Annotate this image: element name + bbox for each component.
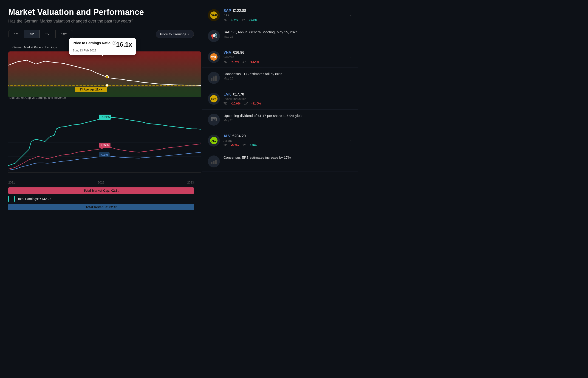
news-icon-dividend [208, 114, 220, 126]
svg-text:+101%: +101% [100, 115, 110, 119]
list-item-sap[interactable]: SAP SAP €122.88 SAP 7D 1.7% 1Y 30.9% ··· [202, 5, 358, 26]
perf-7d-vna: -4.7% [231, 60, 239, 63]
news-content-dividend: Upcoming dividend of €1.17 per share at … [223, 114, 353, 122]
more-button-alv[interactable]: ··· [345, 137, 353, 144]
svg-text:VNA: VNA [211, 56, 216, 59]
news-title-eps: Consensus EPS estimates fall by 86% [223, 72, 353, 76]
tab-3y[interactable]: 3Y [24, 30, 40, 38]
chart-tooltip: Price to Earnings Ratio ? 16.1x Sun, 13 … [69, 38, 136, 55]
stock-info-sap: SAP €122.88 SAP 7D 1.7% 1Y 30.9% [223, 9, 342, 22]
svg-rect-28 [213, 77, 215, 81]
more-button-sap[interactable]: ··· [345, 12, 353, 19]
company-sap: SAP [223, 14, 342, 17]
earnings-swatch [8, 196, 15, 202]
svg-text:EVK: EVK [211, 98, 217, 100]
perf-1y-evk: -31.0% [251, 102, 261, 105]
news-title-eps-increase: Consensus EPS estimates increase by 17% [223, 155, 353, 159]
x-axis: 2021 2022 2023 [8, 179, 194, 184]
right-panel: SAP SAP €122.88 SAP 7D 1.7% 1Y 30.9% ···… [202, 0, 358, 378]
news-icon-eps-increase [208, 155, 220, 167]
legend-market-cap: Total Market Cap: €2.3t [8, 187, 194, 194]
news-date-eps: May 25 [223, 77, 353, 80]
page-title: Market Valuation and Performance [8, 7, 194, 17]
list-item-alv[interactable]: ALV ALV €204.20 Allianz 7D -0.7% 1Y 4.9%… [202, 130, 358, 151]
news-icon-sap-agm: 📢 [208, 30, 220, 42]
tooltip-title: Price to Earnings Ratio [73, 41, 110, 45]
svg-rect-39 [211, 162, 212, 164]
x-label-2021: 2021 [8, 181, 15, 184]
list-item-evk[interactable]: EVK EVK €17.70 Evonik Industries 7D -10.… [202, 88, 358, 109]
legend-earnings: Total Earnings: €142.2b [8, 196, 194, 202]
perf-7d-alv: -0.7% [231, 144, 239, 147]
price-evk: €17.70 [233, 92, 244, 96]
dividend-icon [211, 116, 217, 123]
revenue-bar: Total Revenue: €2.4t [8, 204, 194, 210]
tab-1y[interactable]: 1Y [8, 30, 24, 38]
tab-10y[interactable]: 10Y [55, 30, 73, 38]
tooltip-value: 16.1x [116, 41, 132, 48]
evk-logo-icon: EVK [210, 94, 218, 103]
help-icon: ? [112, 41, 116, 45]
more-button-vna[interactable]: ··· [345, 53, 353, 61]
pe-chart-svg: 3Y Average 27.4x [8, 52, 201, 102]
svg-text:ALV: ALV [211, 139, 216, 142]
news-content-eps: Consensus EPS estimates fall by 86% May … [223, 72, 353, 80]
perf-7d-evk: -10.0% [231, 102, 241, 105]
svg-point-5 [106, 84, 109, 87]
x-label-2022: 2022 [98, 181, 105, 184]
perf-row-alv: 7D -0.7% 1Y 4.9% [223, 144, 342, 147]
price-alv: €204.20 [232, 134, 246, 138]
svg-point-4 [106, 75, 109, 78]
svg-rect-41 [215, 160, 217, 164]
ticker-sap: SAP [223, 9, 231, 13]
news-content-eps-increase: Consensus EPS estimates increase by 17% [223, 155, 353, 160]
revenue-label: Total Revenue: €2.4t [85, 205, 116, 209]
avatar-sap: SAP [208, 9, 220, 21]
tab-5y[interactable]: 5Y [40, 30, 55, 38]
vna-logo-icon: VNA [210, 53, 218, 61]
perf-1y-vna: -52.4% [250, 60, 259, 63]
company-vna: Vonovia [223, 55, 342, 59]
market-cap-chart: +101% +35% +11% [8, 101, 194, 179]
market-cap-label: Total Market Cap: €2.3t [84, 189, 119, 192]
list-item-vna[interactable]: VNA VNA €16.96 Vonovia 7D -4.7% 1Y -52.4… [202, 46, 358, 68]
pe-chart-container: Price to Earnings Ratio ? 16.1x Sun, 13 … [8, 42, 194, 93]
list-item-dividend-news[interactable]: Upcoming dividend of €1.17 per share at … [202, 109, 358, 130]
news-date-dividend: May 25 [223, 119, 353, 122]
more-button-evk[interactable]: ··· [345, 95, 353, 102]
left-panel: Market Valuation and Performance Has the… [0, 0, 202, 378]
market-cap-bar: Total Market Cap: €2.3t [8, 187, 194, 194]
metric-dropdown[interactable]: Price to Earnings ▾ [156, 30, 194, 38]
avatar-alv: ALV [208, 135, 220, 147]
news-title-dividend: Upcoming dividend of €1.17 per share at … [223, 114, 353, 118]
legend: Total Market Cap: €2.3t Total Earnings: … [8, 187, 194, 210]
list-item-eps-increase[interactable]: Consensus EPS estimates increase by 17% [202, 151, 358, 172]
perf-row-sap: 7D 1.7% 1Y 30.9% [223, 18, 342, 22]
news-title-sap-agm: SAP SE, Annual General Meeting, May 15, … [223, 30, 353, 34]
bar-chart-icon [211, 75, 217, 81]
svg-text:SAP: SAP [211, 14, 217, 17]
alv-logo-icon: ALV [210, 136, 218, 145]
svg-rect-29 [215, 76, 217, 81]
svg-rect-32 [211, 117, 216, 121]
sap-logo-icon: SAP [210, 11, 218, 19]
list-item-vonovia-news[interactable]: Consensus EPS estimates fall by 86% May … [202, 68, 358, 88]
perf-row-evk: 7D -10.0% 1Y -31.0% [223, 102, 342, 105]
avatar-vna: VNA [208, 51, 220, 63]
list-item-sap-news[interactable]: 📢 SAP SE, Annual General Meeting, May 15… [202, 26, 358, 46]
avatar-evk: EVK [208, 93, 220, 105]
svg-text:+11%: +11% [100, 153, 108, 156]
svg-rect-40 [213, 161, 215, 164]
stock-info-evk: EVK €17.70 Evonik Industries 7D -10.0% 1… [223, 92, 342, 105]
svg-text:3Y Average 27.4x: 3Y Average 27.4x [80, 88, 102, 91]
ticker-vna: VNA [223, 51, 231, 55]
price-vna: €16.96 [233, 51, 244, 55]
time-tabs: 1Y 3Y 5Y 10Y [8, 30, 73, 38]
perf-1y-sap: 30.9% [249, 18, 257, 22]
metric-label: Price to Earnings [160, 32, 186, 36]
tooltip-date: Sun, 13 Feb 2022 [73, 49, 132, 52]
chevron-down-icon: ▾ [188, 33, 190, 36]
bar-chart-up-icon [211, 158, 217, 165]
stock-info-vna: VNA €16.96 Vonovia 7D -4.7% 1Y -52.4% [223, 51, 342, 63]
svg-rect-27 [211, 78, 212, 81]
